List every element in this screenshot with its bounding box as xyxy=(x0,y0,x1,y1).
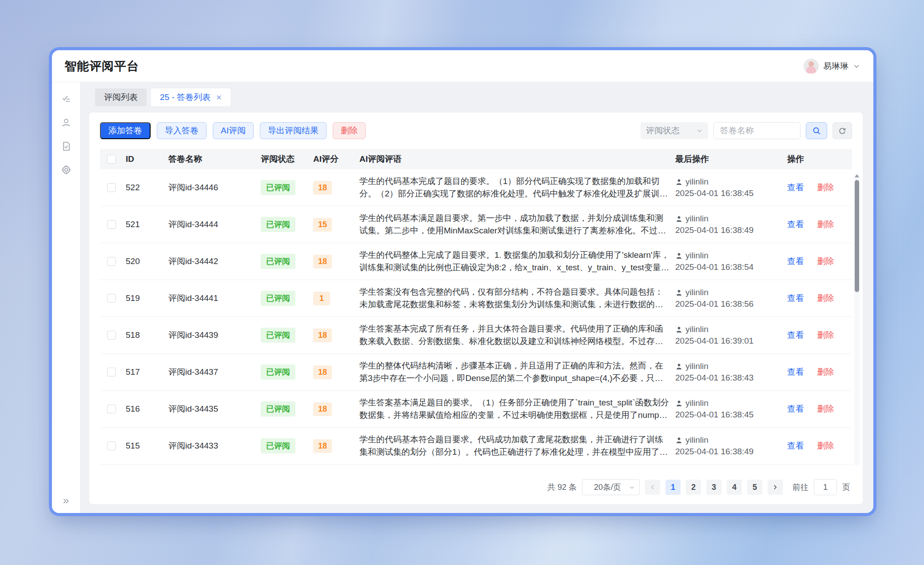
view-link[interactable]: 查看 xyxy=(787,293,804,303)
status-badge: 已评阅 xyxy=(261,180,295,195)
row-operator: yilinlin xyxy=(685,250,709,261)
row-id: 516 xyxy=(126,404,168,414)
tab-answer-list[interactable]: 25 - 答卷列表 ✕ xyxy=(151,88,231,106)
answer-list-card: 添加答卷 导入答卷 AI评阅 导出评阅结果 删除 评阅状态 xyxy=(89,112,863,504)
row-checkbox[interactable] xyxy=(107,441,116,450)
row-comment: 学生的整体代码结构清晰，步骤基本正确，并且适用了正确的库和方法。然而，在第3步中… xyxy=(359,360,670,385)
row-id: 515 xyxy=(126,441,168,451)
prev-page-button[interactable] xyxy=(645,480,660,495)
export-results-button[interactable]: 导出评阅结果 xyxy=(260,122,327,139)
select-all-checkbox[interactable] xyxy=(107,155,116,164)
row-id: 518 xyxy=(126,330,168,340)
column-comment: AI评阅评语 xyxy=(359,153,675,165)
scroll-up-arrow-icon[interactable] xyxy=(855,174,859,177)
page-button-4[interactable]: 4 xyxy=(727,480,742,495)
row-operator: yilinlin xyxy=(685,397,709,409)
view-link[interactable]: 查看 xyxy=(787,441,804,450)
row-comment: 学生的代码基本符合题目要求。代码成功加载了鸢尾花数据集，并正确进行了训练集和测试… xyxy=(359,433,670,458)
tab-bar: 评阅列表 25 - 答卷列表 ✕ xyxy=(95,88,863,106)
user-icon xyxy=(61,117,72,128)
page-size-select[interactable]: 20条/页 xyxy=(582,479,640,495)
row-checkbox[interactable] xyxy=(107,183,116,192)
page-button-3[interactable]: 3 xyxy=(706,480,721,495)
view-link[interactable]: 查看 xyxy=(787,183,804,192)
status-badge: 已评阅 xyxy=(261,438,295,453)
table-body: 522 评阅id-34446 已评阅 18 学生的代码基本完成了题目的要求。（1… xyxy=(100,169,852,465)
ai-review-button[interactable]: AI评阅 xyxy=(213,122,254,139)
sidebar-collapse-toggle[interactable]: » xyxy=(63,494,69,507)
row-checkbox[interactable] xyxy=(107,294,116,303)
row-checkbox[interactable] xyxy=(107,220,116,229)
checklist-icon xyxy=(61,94,72,104)
row-timestamp: 2025-04-01 16:39:01 xyxy=(675,335,782,347)
row-checkbox[interactable] xyxy=(107,405,116,413)
scrollbar-thumb[interactable] xyxy=(855,180,859,292)
app-header: 智能评阅平台 易琳琳 xyxy=(52,50,873,82)
sidebar-item-users[interactable] xyxy=(57,114,75,132)
answer-name-input[interactable] xyxy=(713,122,801,139)
delete-link[interactable]: 删除 xyxy=(817,367,834,377)
status-badge: 已评阅 xyxy=(261,328,295,343)
delete-link[interactable]: 删除 xyxy=(817,293,834,303)
sidebar: » xyxy=(52,82,80,513)
chevron-right-icon xyxy=(772,484,778,490)
row-timestamp: 2025-04-01 16:38:56 xyxy=(675,298,782,310)
user-menu[interactable]: 易琳琳 xyxy=(804,59,860,74)
column-actions: 操作 xyxy=(787,153,852,165)
total-count: 共 92 条 xyxy=(547,482,577,493)
delete-button[interactable]: 删除 xyxy=(333,122,366,139)
user-icon xyxy=(675,363,683,370)
review-status-select[interactable]: 评阅状态 xyxy=(641,122,708,139)
gear-icon xyxy=(61,164,72,175)
table-scrollbar[interactable] xyxy=(854,173,860,466)
row-timestamp: 2025-04-01 16:38:43 xyxy=(675,372,782,384)
row-comment: 学生答案没有包含完整的代码，仅有部分结构，不符合题目要求。具体问题包括：未加载鸢… xyxy=(359,286,670,311)
status-badge: 已评阅 xyxy=(261,365,295,380)
chevron-left-icon xyxy=(649,484,656,490)
delete-link[interactable]: 删除 xyxy=(817,404,834,413)
score-badge: 18 xyxy=(313,181,332,195)
select-placeholder: 评阅状态 xyxy=(646,125,693,136)
table-row: 520 评阅id-34442 已评阅 18 学生的代码整体上完成了题目要求。1.… xyxy=(100,243,852,280)
next-page-button[interactable] xyxy=(768,480,783,495)
sidebar-item-settings[interactable] xyxy=(57,161,75,179)
refresh-button[interactable] xyxy=(832,122,852,139)
tab-review-list[interactable]: 评阅列表 xyxy=(95,88,147,106)
row-checkbox[interactable] xyxy=(107,257,116,266)
delete-link[interactable]: 删除 xyxy=(817,441,834,450)
view-link[interactable]: 查看 xyxy=(787,330,804,340)
goto-page-input[interactable] xyxy=(814,479,837,495)
search-button[interactable] xyxy=(806,122,827,139)
add-answer-button[interactable]: 添加答卷 xyxy=(100,122,151,139)
delete-link[interactable]: 删除 xyxy=(817,256,834,266)
delete-link[interactable]: 删除 xyxy=(817,183,834,192)
main-content: 评阅列表 25 - 答卷列表 ✕ 添加答卷 导入答卷 AI评阅 导出评阅结果 删… xyxy=(80,82,873,513)
view-link[interactable]: 查看 xyxy=(787,256,804,266)
page-button-5[interactable]: 5 xyxy=(747,480,762,495)
sidebar-item-review-list[interactable] xyxy=(57,90,75,108)
page-button-2[interactable]: 2 xyxy=(686,480,701,495)
row-answer-name: 评阅id-34446 xyxy=(168,182,261,193)
view-link[interactable]: 查看 xyxy=(787,220,804,229)
refresh-icon xyxy=(838,126,847,135)
import-answer-button[interactable]: 导入答卷 xyxy=(157,122,207,139)
score-badge: 18 xyxy=(313,255,332,268)
row-checkbox[interactable] xyxy=(107,368,116,377)
page-button-1[interactable]: 1 xyxy=(665,480,681,495)
row-comment: 学生答案基本满足题目的要求。（1）任务部分正确使用了`train_test_sp… xyxy=(359,397,670,421)
status-badge: 已评阅 xyxy=(261,401,295,417)
table-row: 519 评阅id-34441 已评阅 1 学生答案没有包含完整的代码，仅有部分结… xyxy=(100,280,852,317)
column-score: AI评分 xyxy=(313,153,359,165)
table-row: 521 评阅id-34444 已评阅 15 学生的代码基本满足题目要求。第一步中… xyxy=(100,206,852,243)
row-comment: 学生的代码基本完成了题目的要求。（1）部分代码正确实现了数据集的加载和切分。（2… xyxy=(359,175,670,200)
sidebar-item-documents[interactable] xyxy=(57,137,75,155)
row-checkbox[interactable] xyxy=(107,331,116,340)
row-operator: yilinlin xyxy=(685,324,709,335)
close-icon[interactable]: ✕ xyxy=(216,93,222,102)
view-link[interactable]: 查看 xyxy=(787,367,804,377)
view-link[interactable]: 查看 xyxy=(787,404,804,413)
chevron-down-icon xyxy=(697,128,703,134)
avatar[interactable] xyxy=(804,59,819,74)
delete-link[interactable]: 删除 xyxy=(817,220,834,229)
delete-link[interactable]: 删除 xyxy=(817,330,834,340)
